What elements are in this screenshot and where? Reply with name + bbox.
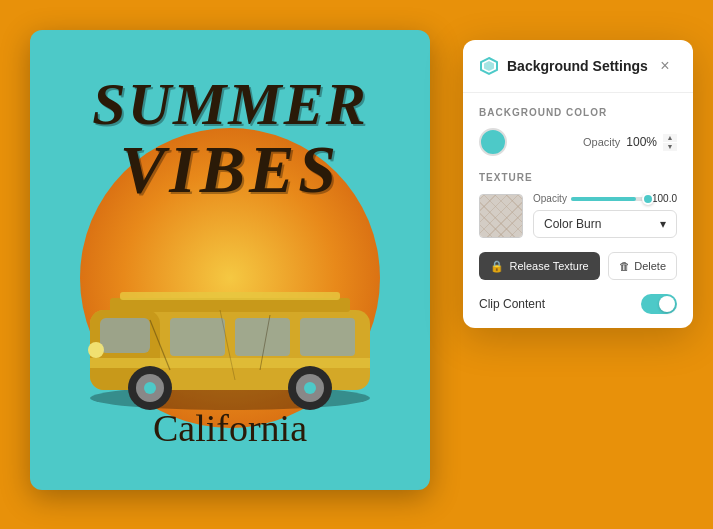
svg-rect-8 <box>300 318 355 356</box>
svg-rect-2 <box>110 298 350 312</box>
bg-color-swatch[interactable] <box>479 128 507 156</box>
texture-row: Opacity 100.0 Color Burn ▾ <box>479 193 677 238</box>
opacity-control: Opacity 100% ▲ ▼ <box>583 134 677 151</box>
spin-up-button[interactable]: ▲ <box>663 134 677 142</box>
clip-content-label: Clip Content <box>479 297 545 311</box>
chevron-down-icon: ▾ <box>660 217 666 231</box>
slider-fill <box>571 197 637 201</box>
clip-row: Clip Content <box>479 294 677 314</box>
panel-header-left: Background Settings <box>479 56 648 76</box>
lock-icon: 🔒 <box>490 260 504 273</box>
svg-point-15 <box>304 382 316 394</box>
texture-thumb-inner <box>480 195 522 237</box>
text-vibes: VIBES <box>30 130 430 209</box>
svg-rect-9 <box>90 358 370 368</box>
opacity-spinbox[interactable]: ▲ ▼ <box>663 134 677 151</box>
toggle-knob <box>659 296 675 312</box>
text-california: California <box>30 406 430 450</box>
artwork-inner: SUMMER VIBES <box>30 30 430 490</box>
van-container <box>70 250 390 410</box>
svg-rect-5 <box>100 318 150 353</box>
clip-content-toggle[interactable] <box>641 294 677 314</box>
release-texture-button[interactable]: 🔒 Release Texture <box>479 252 600 280</box>
blend-mode-value: Color Burn <box>544 217 601 231</box>
blend-mode-select[interactable]: Color Burn ▾ <box>533 210 677 238</box>
texture-controls: Opacity 100.0 Color Burn ▾ <box>533 193 677 238</box>
opacity-label: Opacity <box>583 136 620 148</box>
van-svg <box>70 250 390 410</box>
settings-panel: Background Settings × BACKGROUND COLOR O… <box>463 40 693 328</box>
bg-color-section-label: BACKGROUND COLOR <box>479 107 677 118</box>
texture-opacity-row: Opacity 100.0 <box>533 193 677 204</box>
svg-rect-6 <box>170 318 225 356</box>
artwork-card: SUMMER VIBES <box>30 30 430 490</box>
svg-marker-21 <box>484 61 494 71</box>
texture-section: TEXTURE Opacity 100.0 <box>479 172 677 238</box>
texture-opacity-value: 100.0 <box>652 193 677 204</box>
opacity-value: 100% <box>626 135 657 149</box>
texture-opacity-label: Opacity <box>533 193 567 204</box>
canvas-area: SUMMER VIBES <box>0 0 713 529</box>
texture-thumbnail <box>479 194 523 238</box>
texture-opacity-slider[interactable] <box>571 197 648 201</box>
delete-label: Delete <box>634 260 666 272</box>
close-button[interactable]: × <box>653 54 677 78</box>
svg-point-12 <box>144 382 156 394</box>
logo-icon <box>479 56 499 76</box>
svg-point-16 <box>88 342 104 358</box>
bg-color-row: Opacity 100% ▲ ▼ <box>479 128 677 156</box>
panel-title: Background Settings <box>507 58 648 74</box>
svg-rect-7 <box>235 318 290 356</box>
panel-header: Background Settings × <box>463 40 693 93</box>
slider-thumb <box>642 193 654 205</box>
texture-section-label: TEXTURE <box>479 172 677 183</box>
spin-down-button[interactable]: ▼ <box>663 143 677 151</box>
release-texture-label: Release Texture <box>509 260 588 272</box>
panel-body: BACKGROUND COLOR Opacity 100% ▲ ▼ TEXTUR… <box>463 93 693 328</box>
svg-rect-3 <box>120 292 340 300</box>
action-row: 🔒 Release Texture 🗑 Delete <box>479 252 677 280</box>
text-summer: SUMMER <box>30 70 430 139</box>
trash-icon: 🗑 <box>619 260 630 272</box>
delete-button[interactable]: 🗑 Delete <box>608 252 677 280</box>
